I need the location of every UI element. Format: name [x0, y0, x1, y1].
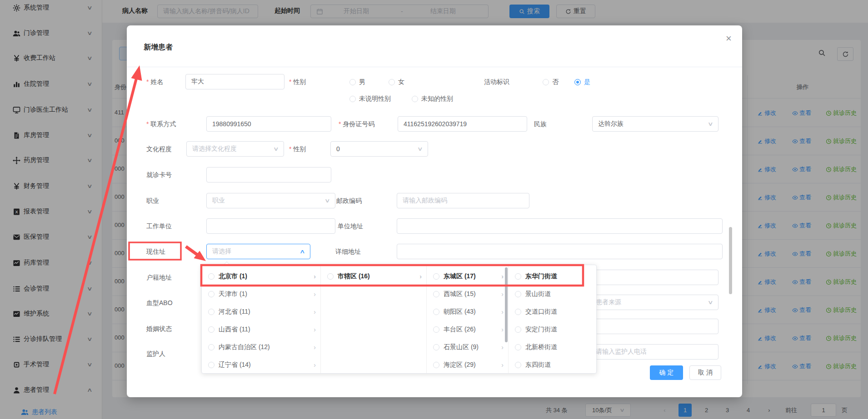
- chevron-down-icon: ∨: [708, 299, 713, 306]
- current-address-placeholder: 请选择: [212, 247, 231, 256]
- cascader-scrollbar[interactable]: [505, 267, 508, 342]
- option-label: 东华门街道: [525, 272, 557, 281]
- option-label: 天津市 (1): [219, 290, 247, 298]
- cascader-option-jiaodaokou[interactable]: 交道口街道: [509, 303, 596, 320]
- cascader-option-hebei[interactable]: 河北省 (11)›: [202, 303, 320, 320]
- detail-address-input[interactable]: [397, 244, 723, 259]
- radio-icon: [412, 96, 418, 102]
- modal-title: 新增患者: [144, 43, 173, 52]
- close-icon[interactable]: ×: [726, 33, 732, 44]
- radio-icon: [515, 344, 521, 350]
- cancel-button[interactable]: 取 消: [689, 365, 721, 380]
- cascader-option-fengtai[interactable]: 丰台区 (26)›: [427, 320, 508, 338]
- option-label: 朝阳区 (43): [444, 308, 476, 316]
- chevron-right-icon: ›: [501, 326, 504, 333]
- contact-value: 19880991650: [212, 120, 251, 128]
- cascader-option-chaoyang[interactable]: 朝阳区 (43)›: [427, 303, 508, 320]
- registered-address-input[interactable]: [590, 270, 718, 285]
- radio-icon: [208, 362, 215, 368]
- confirm-button[interactable]: 确 定: [650, 365, 683, 380]
- option-label: 交道口街道: [525, 308, 557, 316]
- chevron-right-icon: ›: [314, 273, 316, 280]
- chevron-right-icon: ›: [501, 308, 504, 315]
- gender2-value: 0: [336, 145, 340, 153]
- patient-source-select[interactable]: 患者来源∨: [590, 295, 718, 310]
- option-label: 丰台区 (26): [444, 325, 476, 334]
- cascader-option-tianjin[interactable]: 天津市 (1)›: [202, 285, 320, 303]
- active-radio-yes[interactable]: 是: [574, 78, 590, 86]
- radio-icon: [543, 79, 549, 85]
- cascader-option-xicheng[interactable]: 西城区 (15)›: [427, 285, 508, 303]
- chevron-right-icon: ›: [419, 273, 422, 280]
- cascader-option-beixinqiao[interactable]: 北新桥街道: [509, 338, 596, 356]
- nation-value: 达斡尔族: [598, 120, 624, 128]
- address-cascader-dropdown: 北京市 (1)› 天津市 (1)› 河北省 (11)› 山西省 (11)› 内蒙…: [201, 265, 597, 374]
- app-root: 系统管理∨ 门诊管理∨ 收费工作站∨ 住院管理∨ 门诊医生工作站∨ 库房管理∨ …: [0, 0, 868, 419]
- registered-address-label: 户籍地址: [146, 274, 172, 282]
- unit-address-input[interactable]: [397, 218, 723, 234]
- option-label: 东城区 (17): [444, 272, 476, 281]
- option-label: 安定门街道: [525, 325, 557, 334]
- chevron-right-icon: ›: [501, 273, 504, 280]
- visit-card-input[interactable]: [206, 167, 331, 182]
- cascader-option-shixiaqu[interactable]: 市辖区 (16)›: [321, 267, 426, 285]
- gender-unstated-label: 未说明性别: [359, 95, 391, 103]
- marital-right-input[interactable]: [590, 319, 718, 334]
- cascader-option-donghuamen[interactable]: 东华门街道: [509, 267, 596, 285]
- cascader-option-jingshan[interactable]: 景山街道: [509, 285, 596, 303]
- active-radio-no[interactable]: 否: [543, 78, 559, 86]
- name-label: 姓名: [146, 78, 163, 86]
- nation-select[interactable]: 达斡尔族∨: [592, 116, 718, 132]
- cascader-option-shijingshan[interactable]: 石景山区 (9)›: [427, 338, 508, 356]
- gender-radio-male[interactable]: 男: [349, 78, 365, 86]
- gender2-select[interactable]: 0∨: [330, 141, 428, 157]
- chevron-right-icon: ›: [314, 326, 316, 333]
- gender-radio-unknown[interactable]: 未知的性别: [412, 95, 453, 103]
- gender-unknown-label: 未知的性别: [421, 95, 453, 103]
- contact-input[interactable]: 19880991650: [206, 116, 331, 132]
- current-address-cascader[interactable]: 请选择∧: [206, 244, 310, 259]
- education-select[interactable]: 请选择文化程度∨: [186, 141, 284, 157]
- cascader-street-column: 东华门街道 景山街道 交道口街道 安定门街道 北新桥街道 东四街道: [509, 265, 596, 373]
- radio-icon: [433, 291, 439, 297]
- cascader-option-shanxi[interactable]: 山西省 (11)›: [202, 320, 320, 338]
- marital-status-label: 婚姻状态: [146, 325, 172, 333]
- radio-icon: [349, 96, 356, 102]
- radio-icon: [515, 362, 521, 368]
- cascader-option-dongsi[interactable]: 东四街道: [509, 356, 596, 374]
- work-unit-input[interactable]: [206, 218, 335, 234]
- name-input[interactable]: 牢大: [185, 74, 284, 89]
- option-label: 市辖区 (16): [338, 272, 370, 281]
- chevron-down-icon: ∨: [324, 197, 330, 204]
- option-label: 内蒙古自治区 (12): [219, 343, 270, 351]
- gender-radio-unstated[interactable]: 未说明性别: [349, 95, 391, 103]
- cascader-option-haidian[interactable]: 海淀区 (29)›: [427, 356, 508, 374]
- option-label: 东四街道: [525, 361, 551, 369]
- modal-header-divider: [127, 67, 742, 67]
- cascader-option-liaoning[interactable]: 辽宁省 (14)›: [202, 356, 320, 374]
- radio-icon: [208, 326, 215, 333]
- postal-label: 邮政编码: [336, 197, 362, 205]
- active-yes-label: 是: [584, 78, 590, 86]
- cascader-option-neimenggu[interactable]: 内蒙古自治区 (12)›: [202, 338, 320, 356]
- chevron-down-icon: ∨: [273, 146, 279, 152]
- id-number-input[interactable]: 411625192602039719: [398, 116, 527, 132]
- nation-label: 民族: [534, 120, 547, 128]
- job-select[interactable]: 职业∨: [206, 193, 335, 208]
- active-flag-label: 活动标识: [484, 78, 509, 86]
- cascader-option-beijing[interactable]: 北京市 (1)›: [202, 267, 320, 285]
- gender-radio-female[interactable]: 女: [389, 78, 404, 86]
- postal-input[interactable]: 请输入邮政编码: [397, 193, 529, 208]
- unit-address-label: 单位地址: [338, 222, 363, 231]
- gender-male-label: 男: [359, 78, 365, 86]
- modal-scrollbar[interactable]: [729, 227, 732, 294]
- cascader-option-andingmen[interactable]: 安定门街道: [509, 320, 596, 338]
- cancel-label: 取 消: [698, 369, 713, 377]
- contact-label: 联系方式: [146, 120, 176, 128]
- radio-icon: [515, 326, 521, 333]
- gender-female-label: 女: [398, 78, 404, 86]
- id-number-value: 411625192602039719: [404, 120, 467, 128]
- cascader-option-dongcheng[interactable]: 东城区 (17)›: [427, 267, 508, 285]
- guardian-phone-input[interactable]: 请输入监护人电话: [590, 344, 718, 360]
- chevron-right-icon: ›: [501, 344, 504, 351]
